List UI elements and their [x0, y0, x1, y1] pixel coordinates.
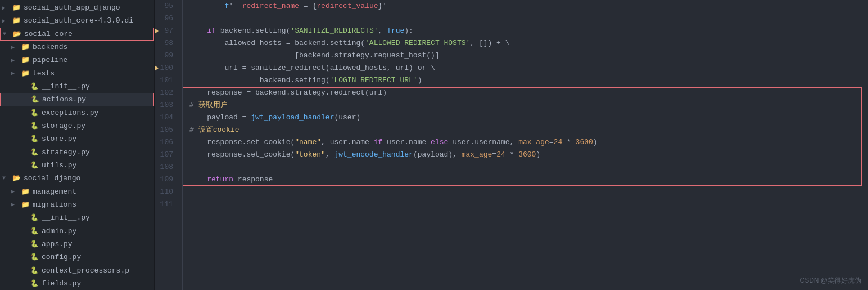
sidebar-item-social-core[interactable]: ▼ 📂 social_core: [0, 28, 154, 41]
sidebar-item-social-django[interactable]: ▼ 📂 social_django: [0, 172, 154, 185]
py-file-icon: 🐍: [29, 121, 39, 131]
line-num-107: 107: [155, 149, 178, 161]
folder-icon: 📁: [20, 199, 30, 209]
arrow-icon: ▼: [3, 31, 12, 37]
arrow-icon: ▶: [11, 57, 20, 64]
line-num-104: 104: [155, 111, 178, 124]
sidebar-item-label: pipeline: [33, 56, 67, 64]
sidebar-item-label: exceptions.py: [42, 109, 98, 117]
sidebar-item-label: tests: [33, 69, 55, 78]
sidebar-item-label: strategy.py: [42, 148, 90, 157]
code-line-98: allowed_hosts = backend.setting('ALLOWED…: [189, 37, 868, 50]
folder-icon: 📁: [20, 186, 30, 197]
code-editor: 95 96 97 98 99 100 101 102 103 104 105 1…: [155, 0, 868, 290]
sidebar-item-label: social_auth_app_django: [24, 3, 120, 12]
py-file-icon: 🐍: [29, 160, 39, 171]
sidebar-item-utils-py[interactable]: 🐍 utils.py: [0, 159, 154, 172]
sidebar-item-label: actions.py: [42, 95, 86, 104]
line-numbers: 95 96 97 98 99 100 101 102 103 104 105 1…: [155, 0, 183, 290]
sidebar-item-label: social_core: [24, 30, 73, 38]
py-file-icon: 🐍: [29, 108, 39, 118]
arrow-icon: ▶: [11, 70, 20, 77]
sidebar-item-init-py[interactable]: 🐍 __init__.py: [0, 80, 154, 93]
line-num-111: 111: [155, 198, 178, 211]
sidebar-item-apps-py[interactable]: 🐍 apps.py: [0, 238, 154, 251]
py-file-icon: 🐍: [29, 265, 39, 275]
sidebar-item-init2-py[interactable]: 🐍 __init__.py: [0, 211, 154, 224]
folder-icon: 📂: [11, 173, 21, 184]
code-line-104: payload = jwt_payload_handler(user): [189, 111, 868, 124]
arrow-icon: ▶: [11, 44, 20, 51]
sidebar-item-label: admin.py: [42, 227, 76, 235]
py-file-icon: 🐍: [29, 213, 39, 223]
py-file-icon: 🐍: [29, 147, 39, 157]
sidebar-item-actions-py[interactable]: 🐍 actions.py: [0, 93, 154, 106]
code-line-106: response.set_cookie("name", user.name if…: [189, 136, 868, 149]
folder-icon: 📁: [20, 55, 30, 65]
code-line-105: # 设置cookie: [189, 124, 868, 136]
line-num-110: 110: [155, 186, 178, 198]
line-num-99: 99: [155, 50, 178, 62]
sidebar-item-pipeline[interactable]: ▶ 📁 pipeline: [0, 53, 154, 66]
sidebar-item-label: social_django: [24, 174, 80, 182]
py-file-icon: 🐍: [30, 95, 40, 105]
line-num-108: 108: [155, 161, 178, 173]
code-content: 95 96 97 98 99 100 101 102 103 104 105 1…: [155, 0, 868, 290]
py-file-icon: 🐍: [29, 226, 39, 236]
arrow-icon: ▶: [11, 188, 20, 195]
sidebar-item-management[interactable]: ▶ 📁 management: [0, 185, 154, 198]
arrow-icon: ▼: [2, 175, 11, 181]
watermark: CSDN @笑得好虎伪: [799, 274, 861, 287]
sidebar-item-store-py[interactable]: 🐍 store.py: [0, 132, 154, 145]
sidebar-item-admin-py[interactable]: 🐍 admin.py: [0, 224, 154, 237]
line-num-98: 98: [155, 37, 178, 50]
folder-icon: 📁: [11, 16, 21, 26]
code-line-110: [189, 186, 868, 198]
sidebar-item-label: storage.py: [42, 122, 85, 130]
sidebar-item-social-auth-app-django[interactable]: ▶ 📁 social_auth_app_django: [0, 1, 154, 14]
sidebar-item-label: migrations: [33, 200, 76, 209]
line-num-95: 95: [155, 0, 178, 12]
code-line-101: backend.setting('LOGIN_REDIRECT_URL'): [189, 74, 868, 87]
code-line-96: [189, 12, 868, 25]
sidebar-item-label: fields.py: [42, 279, 81, 288]
py-file-icon: 🐍: [29, 252, 39, 262]
code-line-100: url = sanitize_redirect(allowed_hosts, u…: [189, 62, 868, 74]
py-file-icon: 🐍: [29, 278, 39, 288]
code-line-109: return response: [189, 173, 868, 186]
code-line-102: response = backend.strategy.redirect(url…: [189, 87, 868, 99]
line-num-96: 96: [155, 12, 178, 25]
py-file-icon: 🐍: [29, 239, 39, 249]
code-line-97: if backend.setting('SANITIZE_REDIRECTS',…: [189, 25, 868, 37]
sidebar-item-strategy-py[interactable]: 🐍 strategy.py: [0, 146, 154, 159]
line-num-105: 105: [155, 124, 178, 136]
py-file-icon: 🐍: [29, 134, 39, 144]
sidebar-item-context-processors-py[interactable]: 🐍 context_processors.p: [0, 264, 154, 276]
sidebar-item-storage-py[interactable]: 🐍 storage.py: [0, 119, 154, 132]
folder-icon: 📁: [20, 68, 30, 78]
sidebar-item-label: management: [33, 188, 76, 196]
line-num-106: 106: [155, 136, 178, 149]
sidebar-item-backends[interactable]: ▶ 📁 backends: [0, 41, 154, 53]
sidebar-item-social-auth-core[interactable]: ▶ 📁 social_auth_core-4.3.0.di: [0, 14, 154, 27]
sidebar-item-label: backends: [33, 43, 67, 51]
sidebar-item-label: store.py: [42, 135, 76, 143]
line-num-97: 97: [155, 25, 178, 37]
sidebar-item-label: apps.py: [42, 240, 73, 248]
arrow-icon: ▶: [11, 201, 20, 208]
code-lines: f' redirect_name = {redirect_value}' if …: [183, 0, 868, 290]
code-line-103: # 获取用户: [189, 99, 868, 111]
line-num-103: 103: [155, 99, 178, 111]
sidebar-item-config-py[interactable]: 🐍 config.py: [0, 251, 154, 264]
sidebar-item-exceptions-py[interactable]: 🐍 exceptions.py: [0, 106, 154, 119]
arrow-icon: ▶: [2, 5, 11, 11]
code-line-99: [backend.strategy.request_host()]: [189, 50, 868, 62]
sidebar-item-tests[interactable]: ▶ 📁 tests: [0, 67, 154, 80]
py-file-icon: 🐍: [29, 82, 39, 92]
code-line-111: [189, 198, 868, 211]
sidebar-item-label: utils.py: [42, 161, 76, 169]
sidebar-item-fields-py[interactable]: 🐍 fields.py: [0, 277, 154, 290]
sidebar-item-label: __init__.py: [42, 213, 90, 222]
sidebar-item-migrations[interactable]: ▶ 📁 migrations: [0, 198, 154, 211]
sidebar-item-label: __init__.py: [42, 82, 90, 91]
